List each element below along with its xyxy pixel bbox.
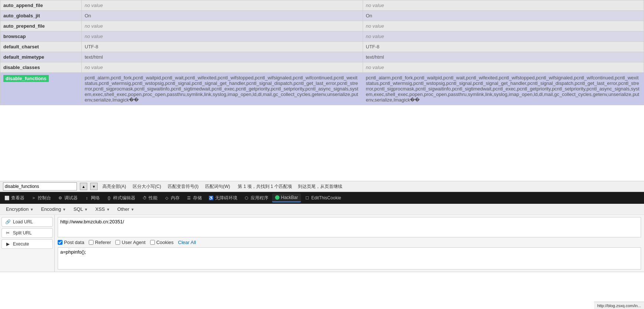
search-prev-btn[interactable]: ▲ [80,183,87,190]
devtools-tab-hackbar[interactable]: HackBar [272,193,301,202]
table-cell-key: disable_classes [0,62,82,73]
menu-sql[interactable]: SQL ▼ [71,205,91,213]
php-info-table-container: auto_append_fileno valueno valueauto_glo… [0,0,644,181]
load-url-icon: 🔗 [5,219,11,225]
status-url: http://blog.zsxq.com/in... [597,303,641,308]
split-url-icon: ✂ [5,230,11,236]
table-row: default_charsetUTF-8UTF-8 [0,42,644,52]
table-cell-key: auto_append_file [0,0,82,11]
encryption-arrow-icon: ▼ [30,207,34,212]
style-editor-icon: {} [106,195,112,200]
search-next-btn[interactable]: ▼ [90,183,98,190]
xss-arrow-icon: ▼ [106,207,110,212]
table-cell-val1: text/html [82,52,363,62]
memory-icon: ◇ [164,195,169,200]
application-icon: ⬡ [244,195,249,200]
clear-all-link[interactable]: Clear All [178,240,196,245]
execute-button[interactable]: ▶ Execute [1,239,53,249]
table-cell-val2: On [363,11,644,21]
cookies-checkbox[interactable] [150,240,155,245]
debugger-icon: ⚙ [58,195,63,200]
split-url-button[interactable]: ✂ Split URL [1,228,53,238]
devtools-tab-inspector[interactable]: ⬜ 查看器 [1,193,27,203]
table-cell-val1: pcntl_alarm,pcntl_fork,pcntl_waitpid,pcn… [82,73,363,105]
sql-arrow-icon: ▼ [84,207,88,212]
hackbar-dot-icon [275,195,279,200]
table-cell-val1: no value [82,0,363,11]
devtools-tab-accessibility[interactable]: ♿ 无障碍环境 [206,193,240,203]
load-url-button[interactable]: 🔗 Load URL [1,217,53,227]
accessibility-icon: ♿ [209,195,214,200]
table-cell-key: default_mimetype [0,52,82,62]
table-row: disable_classesno valueno value [0,62,644,73]
table-cell-val2: pcntl_alarm,pcntl_fork,pcntl_waitpid,pcn… [363,73,644,105]
devtools-tab-console[interactable]: > 控制台 [28,193,54,203]
inspector-icon: ⬜ [4,195,10,200]
table-row: auto_append_fileno valueno value [0,0,644,11]
table-row: browscapno valueno value [0,31,644,42]
devtools-tab-application[interactable]: ⬡ 应用程序 [241,193,271,203]
table-row: disable_functionspcntl_alarm,pcntl_fork,… [0,73,644,105]
encoding-arrow-icon: ▼ [62,207,66,212]
menu-encryption[interactable]: Encryption ▼ [3,205,37,213]
referer-checkbox-label[interactable]: Referer [89,240,111,245]
table-cell-key: browscap [0,31,82,42]
storage-icon: ☰ [186,195,191,200]
hackbar-sidebar: 🔗 Load URL ✂ Split URL ▶ Execute [0,215,55,272]
devtools-tab-network[interactable]: ↕ 网络 [81,193,103,203]
search-option-case[interactable]: 区分大小写(C) [131,182,163,191]
table-cell-key: default_charset [0,42,82,52]
devtools-tab-editthiscookie[interactable]: ☐ EditThisCookie [302,194,344,202]
devtools-tab-debugger[interactable]: ⚙ 调试器 [55,193,81,203]
table-cell-val1: no value [82,21,363,31]
user-agent-checkbox[interactable] [115,240,120,245]
post-data-checkbox[interactable] [58,240,62,245]
table-cell-key: disable_functions [0,73,82,105]
url-input[interactable] [58,217,641,237]
search-input[interactable] [3,182,77,190]
search-status: 第 1 项，共找到 1 个匹配项 [238,183,292,190]
search-hint: 到达页尾，从页首继续 [298,183,342,190]
table-cell-val2: no value [363,0,644,11]
table-cell-val1: UTF-8 [82,42,363,52]
devtools-toolbar: ⬜ 查看器 > 控制台 ⚙ 调试器 ↕ 网络 {} 样式编辑器 ⏱ 性能 ◇ 内… [0,192,644,204]
performance-icon: ⏱ [142,195,147,200]
devtools-tab-performance[interactable]: ⏱ 性能 [139,193,160,203]
referer-checkbox[interactable] [89,240,94,245]
post-data-input[interactable] [58,247,641,269]
status-bar: http://blog.zsxq.com/in... [594,302,644,309]
table-cell-key: auto_prepend_file [0,21,82,31]
search-option-diacritic[interactable]: 匹配变音符号(I) [166,182,200,191]
search-option-highlight[interactable]: 高亮全部(A) [101,182,128,191]
search-option-word[interactable]: 匹配词句(W) [203,182,232,191]
hackbar-menubar: Encryption ▼ Encoding ▼ SQL ▼ XSS ▼ Othe… [0,204,644,215]
table-cell-val1: no value [82,62,363,73]
hackbar-content: 🔗 Load URL ✂ Split URL ▶ Execute Post da… [0,215,644,272]
hackbar-panel: Encryption ▼ Encoding ▼ SQL ▼ XSS ▼ Othe… [0,204,644,272]
menu-encoding[interactable]: Encoding ▼ [38,205,69,213]
table-cell-val1: On [82,11,363,21]
table-row: auto_prepend_fileno valueno value [0,21,644,31]
table-cell-key: auto_globals_jit [0,11,82,21]
table-row: auto_globals_jitOnOn [0,11,644,21]
table-cell-val1: no value [82,31,363,42]
post-data-checkbox-label[interactable]: Post data [58,240,84,245]
table-cell-val2: UTF-8 [363,42,644,52]
search-bar: ▲ ▼ 高亮全部(A) 区分大小写(C) 匹配变音符号(I) 匹配词句(W) 第… [0,181,644,192]
user-agent-checkbox-label[interactable]: User Agent [115,240,145,245]
table-cell-val2: no value [363,21,644,31]
menu-other[interactable]: Other ▼ [114,205,137,213]
network-icon: ↕ [84,195,89,200]
table-row: default_mimetypetext/htmltext/html [0,52,644,62]
table-cell-val2: text/html [363,52,644,62]
devtools-tab-style-editor[interactable]: {} 样式编辑器 [104,193,138,203]
execute-icon: ▶ [5,241,11,247]
console-icon: > [31,195,36,200]
other-arrow-icon: ▼ [131,207,134,212]
devtools-tab-storage[interactable]: ☰ 存储 [183,193,205,203]
cookies-checkbox-label[interactable]: Cookies [150,240,174,245]
editthiscookie-icon: ☐ [305,195,310,200]
table-cell-val2: no value [363,31,644,42]
menu-xss[interactable]: XSS ▼ [92,205,113,213]
devtools-tab-memory[interactable]: ◇ 内存 [161,193,183,203]
